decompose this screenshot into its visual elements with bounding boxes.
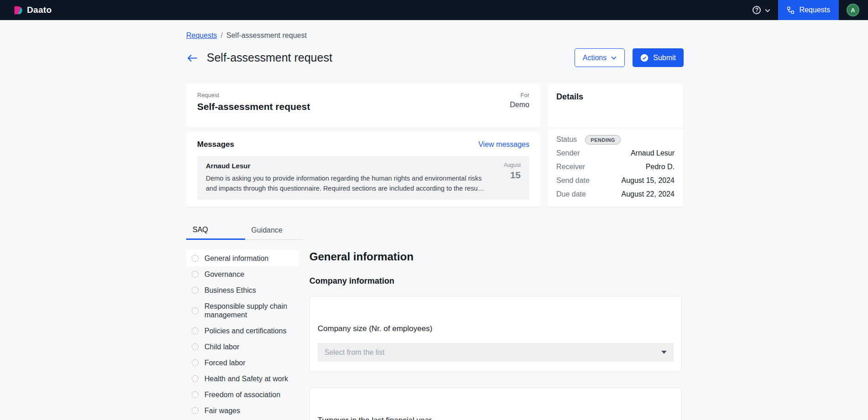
help-icon[interactable]: ? [753, 6, 761, 14]
request-for: For Demo [510, 92, 529, 119]
brand-name: Daato [27, 5, 52, 15]
section-item-forced-labor[interactable]: Forced labor [186, 355, 299, 371]
message-date: August 15 [492, 162, 521, 194]
details-title: Details [556, 92, 675, 102]
section-item-governance[interactable]: Governance [186, 266, 299, 282]
view-messages-link[interactable]: View messages [478, 140, 529, 149]
section-status-icon [192, 327, 199, 334]
section-status-icon [192, 307, 199, 314]
daato-logo-icon [13, 5, 23, 15]
question-label: Company size (Nr. of employees) [318, 324, 674, 333]
section-item-freedom-of-association[interactable]: Freedom of association [186, 387, 299, 403]
section-item-child-labor[interactable]: Child labor [186, 339, 299, 355]
avatar[interactable]: A [847, 4, 859, 16]
actions-label: Actions [583, 54, 607, 62]
request-label: Request [197, 92, 310, 99]
section-status-icon [192, 255, 199, 262]
requests-icon [787, 6, 795, 14]
messages-card: Messages View messages Arnaud Lesur Demo… [186, 132, 540, 207]
tab-bar: SAQ Guidance [186, 221, 303, 240]
for-value: Demo [510, 101, 529, 109]
breadcrumb: Requests / Self-assessment request [186, 31, 868, 40]
requests-label: Requests [799, 6, 830, 14]
section-status-icon [192, 287, 199, 294]
details-row-send-date: Send date August 15, 2024 [556, 174, 675, 187]
question-label: Turnover in the last financial year [318, 416, 674, 420]
topbar-right: ? Requests A [753, 0, 868, 20]
back-button[interactable] [187, 54, 198, 62]
section-status-icon [192, 375, 199, 382]
breadcrumb-current: Self-assessment request [226, 31, 307, 40]
actions-button[interactable]: Actions [575, 48, 625, 67]
for-label: For [510, 92, 529, 99]
section-status-icon [192, 343, 199, 350]
main-grid: Request Self-assessment request For Demo… [186, 83, 683, 207]
sections-nav: General information Governance Business … [186, 250, 299, 419]
details-row-receiver: Receiver Pedro D. [556, 160, 675, 174]
section-item-policies-certifications[interactable]: Policies and certifications [186, 323, 299, 339]
status-label: Status [556, 135, 577, 144]
check-circle-icon [640, 54, 648, 62]
message-month: August [492, 162, 521, 168]
tab-guidance[interactable]: Guidance [245, 221, 304, 240]
submit-label: Submit [653, 54, 676, 62]
chevron-down-icon [611, 56, 617, 60]
brand-logo[interactable]: Daato [13, 5, 52, 15]
topbar: Daato ? Requests A [0, 0, 868, 20]
section-item-business-ethics[interactable]: Business Ethics [186, 282, 299, 298]
left-column: Request Self-assessment request For Demo… [186, 83, 540, 207]
details-card: Details Status PENDING Sender Arnaud Les… [548, 83, 683, 207]
details-row-status: Status PENDING [556, 133, 675, 146]
requests-nav-button[interactable]: Requests [778, 0, 839, 20]
request-card: Request Self-assessment request For Demo [186, 83, 540, 128]
tab-saq[interactable]: SAQ [186, 221, 245, 240]
section-status-icon [192, 391, 199, 398]
question-card: Company size (Nr. of employees) Select f… [309, 296, 682, 372]
page-header: Self-assessment request Actions Submit [187, 48, 684, 67]
header-actions: Actions Submit [575, 48, 684, 67]
message-day: 15 [492, 170, 521, 181]
messages-header: Messages View messages [197, 140, 529, 149]
section-status-icon [192, 407, 199, 414]
details-row-due-date: Due date August 22, 2024 [556, 187, 675, 201]
section-item-general-information[interactable]: General information [186, 250, 299, 266]
section-item-health-safety[interactable]: Health and Safety at work [186, 371, 299, 387]
messages-title: Messages [197, 140, 234, 149]
page-title: Self-assessment request [207, 51, 332, 64]
chevron-down-icon[interactable] [765, 9, 770, 12]
section-subheading: Company information [309, 276, 682, 286]
saq-layout: General information Governance Business … [186, 250, 868, 420]
section-heading: General information [309, 250, 682, 263]
request-card-main: Request Self-assessment request [197, 92, 310, 119]
message-sender: Arnaud Lesur [206, 162, 486, 170]
details-row-sender: Sender Arnaud Lesur [556, 146, 675, 160]
section-status-icon [192, 359, 199, 366]
section-status-icon [192, 271, 199, 278]
section-item-fair-wages[interactable]: Fair wages [186, 403, 299, 419]
select-caret-icon [661, 351, 667, 354]
company-size-select[interactable]: Select from the list [318, 343, 674, 362]
message-body: Demo is asking you to provide informatio… [206, 173, 486, 194]
section-item-responsible-supply-chain[interactable]: Responsible supply chain management [186, 298, 299, 323]
message-main: Arnaud Lesur Demo is asking you to provi… [206, 162, 486, 194]
submit-button[interactable]: Submit [633, 48, 684, 67]
select-placeholder: Select from the list [324, 348, 385, 357]
question-area: General information Company information … [309, 250, 682, 420]
details-header: Details [548, 83, 683, 128]
details-rows: Status PENDING Sender Arnaud Lesur Recei… [548, 128, 683, 206]
request-title: Self-assessment request [197, 101, 310, 112]
status-badge: PENDING [585, 135, 621, 145]
arrow-left-icon [187, 54, 198, 62]
breadcrumb-separator: / [221, 31, 223, 40]
breadcrumb-link-requests[interactable]: Requests [186, 31, 217, 40]
question-card: Turnover in the last financial year [309, 388, 682, 420]
message-item: Arnaud Lesur Demo is asking you to provi… [197, 156, 529, 200]
